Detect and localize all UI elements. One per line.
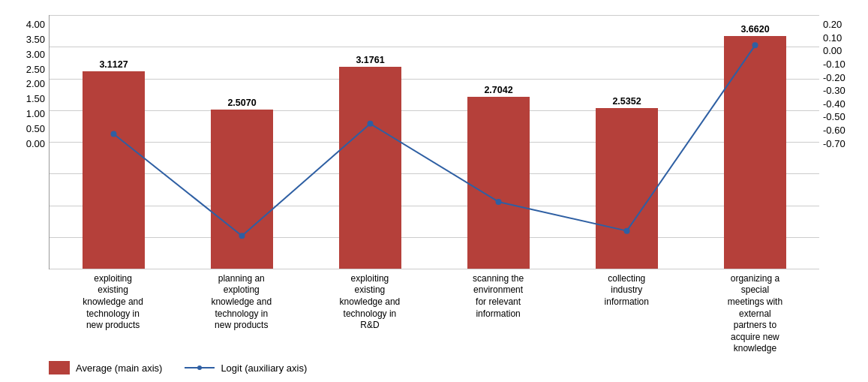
bar-value-label-4: 2.5352: [612, 96, 641, 107]
chart-area: 4.00 3.50 3.00 2.50 2.00 1.50 1.00 0.50 …: [8, 15, 860, 269]
bar-0: [83, 71, 146, 269]
left-axis-label-6: 1.00: [26, 108, 45, 119]
bar-group-2: 3.1761-0.1856: [306, 15, 434, 269]
right-axis-label-7: -0.50: [823, 111, 845, 122]
bar-group-4: 2.5352-0.5659: [563, 15, 691, 269]
x-label-0: exploiting existing knowledge and techno…: [49, 269, 177, 355]
right-axis-label-6: -0.40: [823, 98, 845, 110]
bar-group-5: 3.66200.0926: [691, 15, 819, 269]
bar-value-label-0: 3.1127: [99, 59, 128, 70]
x-label-3: scanning the environment for relevant in…: [434, 269, 563, 355]
legend-bar-item: Average (main axis): [49, 361, 162, 374]
left-axis-label-1: 3.50: [26, 34, 45, 45]
right-axis-label-9: -0.70: [823, 138, 845, 149]
x-label-5: organizing a special meetings with exter…: [691, 269, 819, 355]
legend-line-item: Logit (auxiliary axis): [185, 362, 307, 374]
right-axis-label-4: -0.20: [823, 72, 845, 83]
svg-point-6: [197, 365, 202, 370]
bar-group-1: 2.5070-0.5834: [178, 15, 306, 269]
right-axis-label-1: 0.10: [823, 32, 842, 44]
bar-4: [596, 108, 659, 269]
left-axis-label-8: 0.00: [26, 138, 45, 149]
bar-value-label-5: 3.6620: [740, 24, 769, 35]
legend-bar-color: [49, 361, 70, 374]
bar-5: [724, 36, 787, 268]
right-axis-label-2: 0.00: [823, 45, 842, 56]
legend-line-label: Logit (auxiliary axis): [221, 362, 307, 374]
chart-container: 4.00 3.50 3.00 2.50 2.00 1.50 1.00 0.50 …: [0, 0, 868, 382]
bar-2: [339, 67, 402, 268]
bar-value-label-1: 2.5070: [227, 98, 256, 108]
bar-group-0: 3.1127-0.2222: [50, 15, 178, 269]
left-axis-label-2: 3.00: [26, 49, 45, 60]
x-label-2: exploiting existing knowledge and techno…: [305, 269, 434, 355]
x-label-4: collecting industry information: [563, 269, 691, 355]
legend: Average (main axis) Logit (auxiliary axi…: [49, 361, 860, 374]
left-axis: 4.00 3.50 3.00 2.50 2.00 1.50 1.00 0.50 …: [8, 15, 49, 269]
left-axis-label-3: 2.50: [26, 64, 45, 75]
chart-plot-area: 3.1127-0.22222.5070-0.58343.1761-0.18562…: [49, 15, 819, 269]
bar-1: [211, 110, 274, 269]
x-label-1: planning an exploting knowledge and tech…: [177, 269, 305, 355]
legend-line-svg: [185, 362, 215, 373]
left-axis-label-4: 2.00: [26, 78, 45, 89]
legend-bar-label: Average (main axis): [76, 362, 162, 374]
right-axis-label-8: -0.60: [823, 125, 845, 136]
left-axis-label-0: 4.00: [26, 19, 45, 30]
right-axis-label-3: -0.10: [823, 59, 845, 70]
bar-3: [467, 97, 530, 269]
left-axis-label-7: 0.50: [26, 123, 45, 134]
right-axis: 0.20 0.10 0.00 -0.10 -0.20 -0.30 -0.40 -…: [819, 15, 860, 269]
x-labels-row: exploiting existing knowledge and techno…: [49, 269, 819, 355]
bar-group-3: 2.7042-0.4628: [434, 15, 563, 269]
bar-value-label-3: 2.7042: [484, 85, 512, 95]
bar-value-label-2: 3.1761: [356, 55, 384, 65]
right-axis-label-5: -0.30: [823, 85, 845, 96]
left-axis-label-5: 1.50: [26, 93, 45, 104]
bars-row: 3.1127-0.22222.5070-0.58343.1761-0.18562…: [50, 15, 819, 269]
right-axis-label-0: 0.20: [823, 19, 842, 30]
